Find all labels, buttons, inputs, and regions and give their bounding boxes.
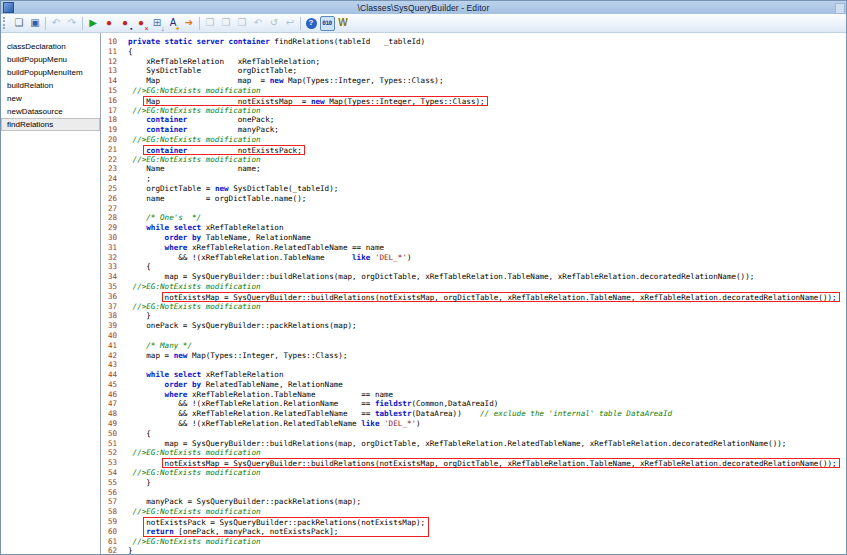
code-segment: onePack; [187,115,274,124]
code-line[interactable]: 10private static server container findRe… [101,37,846,47]
code-line[interactable]: 56 [101,488,846,498]
copy-icon[interactable]: ❐ [203,16,218,31]
code-line[interactable]: 43 [101,360,846,370]
code-line[interactable]: 29 while select xRefTableRelation [101,223,846,233]
sidebar-item-buildPopupMenuItem[interactable]: buildPopupMenuItem [1,66,100,79]
code-line[interactable]: 13 SysDictTable orgDictTable; [101,66,846,76]
code-segment [128,390,165,399]
code-segment: new [174,351,188,360]
redo-icon[interactable]: ↷ [65,16,80,31]
code-line[interactable]: 51 map = SysQueryBuilder::buildRelations… [101,439,846,449]
paste-icon[interactable]: ❐ [235,16,250,31]
sidebar-item-buildPopupMenu[interactable]: buildPopupMenu [1,53,100,66]
line-number: 57 [108,497,124,507]
code-line[interactable]: 21 container notExistsPack; [101,145,846,155]
code-line[interactable]: 28 /* One's */ [101,213,846,223]
code-line[interactable]: 46 where xRefTableRelation.TableName == … [101,390,846,400]
refresh-icon[interactable]: ↺ [267,16,282,31]
code-line[interactable]: 61 //>EG:NotExists modification [101,537,846,547]
code-segment: && xRefTableRelation.RelatedTableName == [128,409,375,418]
code-line[interactable]: 58 //>EG:NotExists modification [101,507,846,517]
disable-breakpoint-icon[interactable]: ●× [134,16,149,31]
send-icon[interactable]: ↩ [283,16,298,31]
code-line[interactable]: 18 container onePack; [101,115,846,125]
code-line[interactable]: 20 //>EG:NotExists modification [101,135,846,145]
duplicate-icon[interactable]: ❐ [219,16,234,31]
toolbar-grip-handle[interactable] [3,17,8,29]
code-segment: (DataArea)) [411,409,480,418]
code-line[interactable]: 47 && !(xRefTableRelation.RelationName =… [101,399,846,409]
code-line[interactable]: 24 ; [101,174,846,184]
code-segment: //>EG:NotExists modification [128,507,261,516]
code-line[interactable]: 31 where xRefTableRelation.RelatedTableN… [101,243,846,253]
code-line[interactable]: 62} [101,546,846,554]
sidebar-item-findRelations[interactable]: findRelations [1,118,100,131]
line-number: 46 [108,390,124,400]
code-line[interactable]: 39 onePack = SysQueryBuilder::packRelati… [101,321,846,331]
code-line[interactable]: 11{ [101,47,846,57]
goto-implementation-icon[interactable]: ➔ [182,16,197,31]
code-line[interactable]: 53 notExistsMap = SysQueryBuilder::build… [101,458,846,468]
script-code-toggle-icon[interactable]: 010 [320,16,335,31]
code-line[interactable]: 41 /* Many */ [101,341,846,351]
save-icon[interactable]: ▣ [28,16,43,31]
sidebar-item-newDatasource[interactable]: newDatasource [1,105,100,118]
code-line[interactable]: 14 Map map = new Map(Types::Integer, Typ… [101,76,846,86]
code-line[interactable]: 42 map = new Map(Types::Integer, Types::… [101,351,846,361]
code-line[interactable]: 30 order by TableName, RelationName [101,233,846,243]
code-line[interactable]: 37 //>EG:NotExists modification [101,302,846,312]
code-line[interactable]: 12 xRefTableRelation xRefTableRelation; [101,57,846,67]
revert-icon[interactable]: ↶ [251,16,266,31]
code-line[interactable]: 34 map = SysQueryBuilder::buildRelations… [101,272,846,282]
new-document-icon[interactable]: ❏ [12,16,27,31]
line-number: 52 [108,448,124,458]
window-control-partial[interactable] [835,3,845,14]
sidebar-item-classDeclaration[interactable]: classDeclaration [1,40,100,53]
help-icon[interactable]: ? [304,16,319,31]
code-line[interactable]: 48 && xRefTableRelation.RelatedTableName… [101,409,846,419]
code-line[interactable]: 55 } [101,478,846,488]
code-line[interactable]: 16 Map notExistsMap = new Map(Types::Int… [101,96,846,106]
code-area[interactable]: 10private static server container findRe… [101,33,846,554]
code-line[interactable]: 45 order by RelatedTableName, RelationNa… [101,380,846,390]
code-line[interactable]: 54 //>EG:NotExists modification [101,468,846,478]
code-line[interactable]: 44 while select xRefTableRelation [101,370,846,380]
go-icon[interactable]: ▶ [86,16,101,31]
code-line[interactable]: 38 } [101,311,846,321]
code-line[interactable]: 49 && !(xRefTableRelation.RelatedTableNa… [101,419,846,429]
code-line[interactable]: 23 Name name; [101,164,846,174]
code-segment: onePack = SysQueryBuilder::packRelations… [128,321,357,330]
code-line[interactable]: 19 container manyPack; [101,125,846,135]
undo-icon[interactable]: ↶ [49,16,64,31]
code-segment: && !(xRefTableRelation.RelationName == [128,399,375,408]
code-segment: Name name; [128,164,261,173]
code-line[interactable]: 17 //>EG:NotExists modification [101,106,846,116]
code-line[interactable]: 59 notExistsPack = SysQueryBuilder::pack… [101,517,846,527]
code-line[interactable]: 35 //>EG:NotExists modification [101,282,846,292]
sidebar-item-buildRelation[interactable]: buildRelation [1,79,100,92]
remove-breakpoints-icon[interactable]: ●▪ [118,16,133,31]
code-line[interactable]: 32 && !(xRefTableRelation.TableName like… [101,253,846,263]
code-line[interactable]: 22 //>EG:NotExists modification [101,155,846,165]
toggle-breakpoint-icon[interactable]: ● [102,16,117,31]
lookup-label-icon[interactable]: A✦ [166,16,181,31]
line-number: 24 [108,174,124,184]
code-line[interactable]: 50 { [101,429,846,439]
msdn-search-icon[interactable]: W [336,16,351,31]
code-segment: RelatedTableName, RelationName [201,380,343,389]
code-segment: Map map = [128,76,270,85]
sidebar-item-new[interactable]: new [1,92,100,105]
code-line[interactable]: 52 //>EG:NotExists modification [101,448,846,458]
code-line[interactable]: 60 return [onePack, manyPack, notExistsP… [101,527,846,537]
code-line[interactable]: 27 [101,204,846,214]
code-line[interactable]: 26 name = orgDictTable.name(); [101,194,846,204]
code-line[interactable]: 57 manyPack = SysQueryBuilder::packRelat… [101,497,846,507]
code-line[interactable]: 15 //>EG:NotExists modification [101,86,846,96]
code-line[interactable]: 40 [101,331,846,341]
code-segment: notExistsMap = SysQueryBuilder::buildRel… [165,459,837,468]
code-line[interactable]: 36 notExistsMap = SysQueryBuilder::build… [101,292,846,302]
code-line[interactable]: 33 { [101,262,846,272]
line-number: 32 [108,253,124,263]
code-line[interactable]: 25 orgDictTable = new SysDictTable(_tabl… [101,184,846,194]
step-window-icon[interactable]: ⊞↓ [150,16,165,31]
